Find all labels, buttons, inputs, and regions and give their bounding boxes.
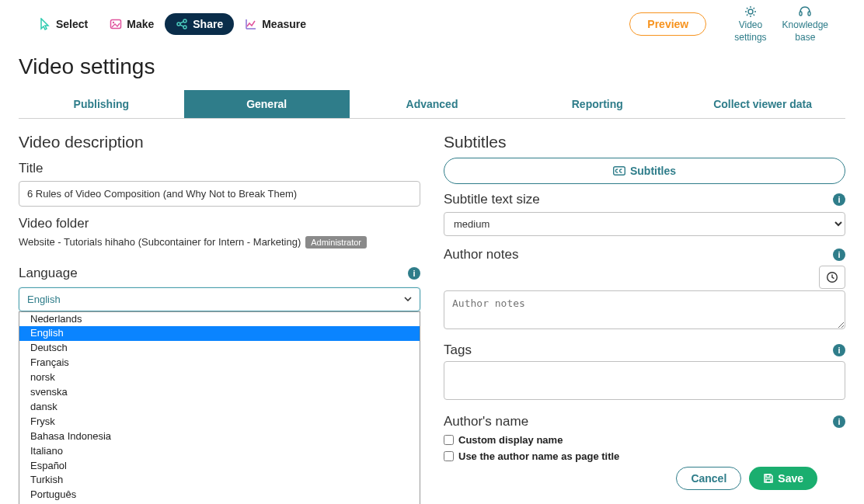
subtitle-size-label: Subtitle text size xyxy=(444,192,540,207)
language-option[interactable]: Nederlands xyxy=(19,312,420,327)
nav-measure[interactable]: Measure xyxy=(234,13,317,35)
language-option[interactable]: norsk xyxy=(19,370,420,385)
svg-point-7 xyxy=(748,9,753,14)
cursor-icon xyxy=(39,18,51,30)
language-option[interactable]: Frysk xyxy=(19,415,420,429)
tags-input[interactable] xyxy=(444,361,845,400)
language-option[interactable]: Español xyxy=(19,459,420,474)
timestamp-button[interactable] xyxy=(819,266,845,289)
language-option[interactable]: Turkish xyxy=(19,473,420,488)
subtitles-button-label: Subtitles xyxy=(630,165,676,177)
tags-info-icon[interactable]: i xyxy=(833,344,845,356)
tags-label: Tags xyxy=(444,342,472,358)
nav-select-label: Select xyxy=(56,18,88,30)
custom-display-name-label: Custom display name xyxy=(458,434,563,446)
save-button[interactable]: Save xyxy=(749,467,817,490)
chevron-down-icon xyxy=(404,297,412,301)
authors-name-label: Author's name xyxy=(444,414,528,429)
nav-make[interactable]: Make xyxy=(99,13,165,35)
gear-icon xyxy=(744,5,758,19)
save-icon xyxy=(763,473,774,484)
svg-point-1 xyxy=(113,22,114,23)
language-option[interactable]: English xyxy=(19,326,420,341)
clock-icon xyxy=(826,271,838,283)
svg-rect-13 xyxy=(766,479,771,482)
title-label: Title xyxy=(19,161,420,176)
page-title: Video settings xyxy=(0,43,864,90)
svg-point-2 xyxy=(177,23,180,26)
svg-line-5 xyxy=(180,22,183,23)
folder-label: Video folder xyxy=(19,216,420,231)
language-option[interactable]: svenska xyxy=(19,385,420,400)
language-dropdown[interactable]: NederlandsEnglishDeutschFrançaisnorsksve… xyxy=(19,311,420,504)
nav-share[interactable]: Share xyxy=(165,13,234,35)
cancel-button[interactable]: Cancel xyxy=(676,467,741,490)
language-select-wrapper: English NederlandsEnglishDeutschFrançais… xyxy=(19,287,420,311)
use-author-pagetitle-checkbox[interactable] xyxy=(444,451,454,461)
folder-role-badge: Administrator xyxy=(305,236,367,249)
svg-point-3 xyxy=(183,19,186,23)
kb-label-2: base xyxy=(795,33,815,43)
language-selected-value: English xyxy=(27,294,61,305)
folder-path: Website - Tutorials hihaho (Subcontainer… xyxy=(19,236,301,248)
tab-general[interactable]: General xyxy=(184,90,350,118)
language-option[interactable]: Français xyxy=(19,356,420,370)
language-info-icon[interactable]: i xyxy=(408,267,420,280)
title-input[interactable] xyxy=(19,181,420,207)
language-option[interactable]: dansk xyxy=(19,400,420,415)
svg-point-4 xyxy=(183,26,186,29)
language-option[interactable]: Bahasa Indonesia xyxy=(19,429,420,444)
language-option[interactable]: Deutsch xyxy=(19,341,420,356)
settings-tabs: Publishing General Advanced Reporting Co… xyxy=(19,90,845,119)
custom-display-name-checkbox[interactable] xyxy=(444,435,454,445)
nav-select[interactable]: Select xyxy=(28,13,99,35)
subtitle-size-info-icon[interactable]: i xyxy=(833,193,845,206)
video-settings-label-1: Video xyxy=(739,20,762,31)
svg-line-6 xyxy=(180,25,183,26)
custom-display-name-row[interactable]: Custom display name xyxy=(444,434,845,446)
nav-make-label: Make xyxy=(127,18,154,30)
author-notes-textarea[interactable] xyxy=(444,290,845,329)
language-option[interactable]: Italiano xyxy=(19,444,420,459)
nav-measure-label: Measure xyxy=(262,18,306,30)
tab-reporting[interactable]: Reporting xyxy=(514,90,680,118)
preview-button[interactable]: Preview xyxy=(629,12,706,36)
video-description-heading: Video description xyxy=(19,133,420,151)
language-option[interactable]: Português xyxy=(19,488,420,502)
image-icon xyxy=(110,18,122,30)
language-label: Language xyxy=(19,266,78,281)
author-notes-label: Author notes xyxy=(444,247,518,262)
folder-value-row: Website - Tutorials hihaho (Subcontainer… xyxy=(19,236,420,249)
knowledge-base-link[interactable]: Knowledge base xyxy=(775,5,836,43)
video-settings-label-2: settings xyxy=(734,33,766,43)
kb-label-1: Knowledge xyxy=(782,20,828,31)
nav-share-label: Share xyxy=(193,18,223,30)
subtitles-button[interactable]: Subtitles xyxy=(444,158,845,184)
tab-advanced[interactable]: Advanced xyxy=(350,90,515,118)
video-settings-link[interactable]: Video settings xyxy=(726,5,774,43)
author-notes-info-icon[interactable]: i xyxy=(833,249,845,261)
svg-rect-12 xyxy=(766,474,770,478)
tab-publishing[interactable]: Publishing xyxy=(19,90,184,118)
authors-name-info-icon[interactable]: i xyxy=(833,415,845,428)
chart-icon xyxy=(245,18,257,30)
cc-icon xyxy=(613,166,625,176)
language-select[interactable]: English xyxy=(19,287,420,311)
share-icon xyxy=(176,18,188,30)
headset-icon xyxy=(798,5,812,19)
subtitles-heading: Subtitles xyxy=(444,133,845,151)
tab-collect-viewer-data[interactable]: Collect viewer data xyxy=(680,90,845,118)
use-author-pagetitle-row[interactable]: Use the author name as page title xyxy=(444,450,845,462)
subtitle-size-select[interactable]: medium xyxy=(444,212,845,236)
save-button-label: Save xyxy=(778,472,803,485)
use-author-pagetitle-label: Use the author name as page title xyxy=(458,450,619,462)
